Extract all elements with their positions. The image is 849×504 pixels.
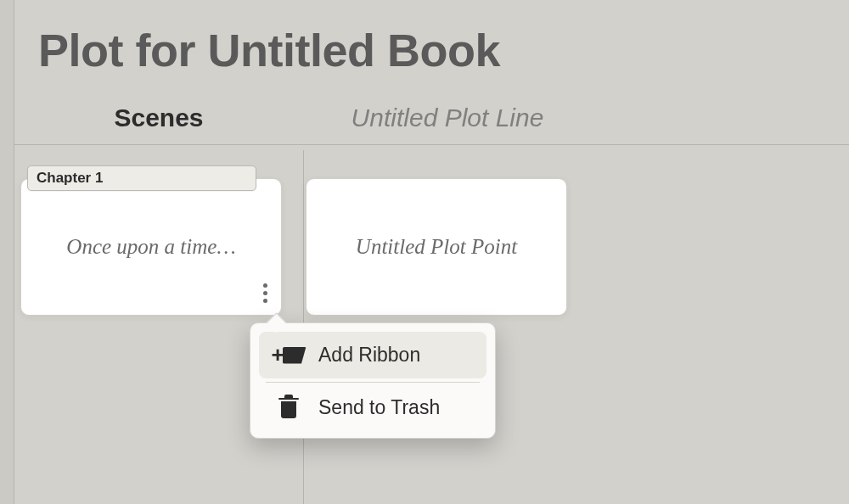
column-header-plotline[interactable]: Untitled Plot Line bbox=[303, 97, 592, 144]
menu-item-send-to-trash[interactable]: Send to Trash bbox=[259, 386, 486, 429]
column-header-scenes[interactable]: Scenes bbox=[14, 97, 303, 144]
menu-item-label: Add Ribbon bbox=[318, 344, 420, 367]
more-options-icon[interactable] bbox=[260, 280, 271, 306]
chapter-label[interactable]: Chapter 1 bbox=[27, 165, 256, 191]
page-title: Plot for Untitled Book bbox=[14, 0, 849, 76]
menu-item-add-ribbon[interactable]: + Add Ribbon bbox=[259, 332, 486, 378]
menu-separator bbox=[266, 382, 480, 383]
plot-point-card-text: Untitled Plot Point bbox=[356, 235, 517, 259]
scene-card-text: Once upon a time… bbox=[66, 235, 235, 259]
add-ribbon-icon: + bbox=[271, 342, 306, 368]
context-menu: + Add Ribbon Send to Trash bbox=[250, 322, 496, 439]
menu-item-label: Send to Trash bbox=[318, 396, 440, 419]
plot-point-card[interactable]: Untitled Plot Point bbox=[306, 178, 567, 316]
columns-header: Scenes Untitled Plot Line bbox=[14, 97, 849, 145]
trash-icon bbox=[271, 398, 306, 418]
scene-card[interactable]: Once upon a time… bbox=[20, 178, 282, 316]
